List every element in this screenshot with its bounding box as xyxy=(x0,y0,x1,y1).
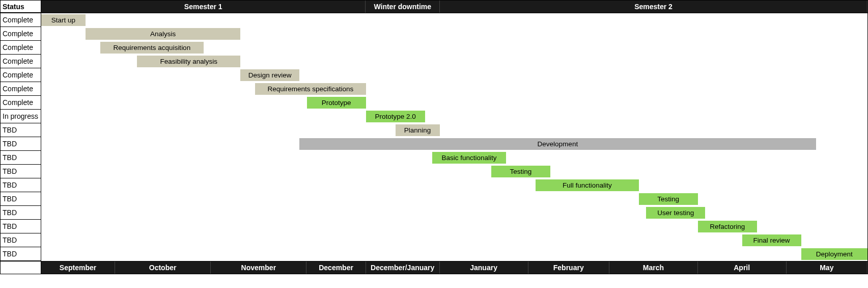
gantt-row: CompleteRequirements specifications xyxy=(1,82,867,96)
gantt-bar[interactable]: Prototype xyxy=(307,97,366,109)
gantt-row: TBDUser testing xyxy=(1,206,867,220)
gantt-row: TBDPlanning xyxy=(1,123,867,137)
month-footer: September xyxy=(41,261,115,274)
gantt-bar[interactable]: User testing xyxy=(646,207,705,219)
gantt-row: TBDTesting xyxy=(1,192,867,206)
status-header: Status xyxy=(1,1,41,13)
gantt-row: TBDFinal review xyxy=(1,233,867,247)
month-footer: December/January xyxy=(366,261,440,274)
gantt-header: Status Semester 1Winter downtimeSemester… xyxy=(1,1,867,13)
gantt-row: In progressPrototype 2.0 xyxy=(1,110,867,123)
gantt-bar[interactable]: Deployment xyxy=(801,248,867,260)
gantt-track: Development xyxy=(41,137,867,151)
section-headers: Semester 1Winter downtimeSemester 2 xyxy=(41,1,867,13)
gantt-track: Refactoring xyxy=(41,220,867,233)
month-footer: April xyxy=(698,261,787,274)
month-footer: March xyxy=(609,261,698,274)
gantt-row: CompleteDesign review xyxy=(1,68,867,82)
gantt-bar[interactable]: Prototype 2.0 xyxy=(366,111,425,122)
gantt-bar[interactable]: Start up xyxy=(41,14,86,26)
status-cell: TBD xyxy=(1,220,41,233)
gantt-bar[interactable]: Requirements acquisition xyxy=(100,42,204,54)
gantt-bar[interactable]: Basic functionality xyxy=(432,152,506,164)
gantt-track: Feasibility analysis xyxy=(41,55,867,68)
gantt-row: CompleteRequirements acquisition xyxy=(1,41,867,55)
gantt-row: CompleteAnalysis xyxy=(1,27,867,41)
gantt-track: Basic functionality xyxy=(41,151,867,165)
gantt-body: CompleteStart upCompleteAnalysisComplete… xyxy=(1,13,867,261)
gantt-row: CompleteFeasibility analysis xyxy=(1,55,867,68)
gantt-row: CompletePrototype xyxy=(1,96,867,110)
section-header: Winter downtime xyxy=(366,1,440,13)
section-header: Semester 2 xyxy=(440,1,867,13)
status-cell: TBD xyxy=(1,233,41,247)
status-cell: TBD xyxy=(1,151,41,165)
status-cell: Complete xyxy=(1,68,41,82)
gantt-track: Testing xyxy=(41,192,867,206)
status-cell: In progress xyxy=(1,110,41,123)
gantt-track: Analysis xyxy=(41,27,867,41)
gantt-chart: Status Semester 1Winter downtimeSemester… xyxy=(0,0,868,274)
status-cell: TBD xyxy=(1,137,41,151)
gantt-track: Design review xyxy=(41,68,867,82)
gantt-row: CompleteStart up xyxy=(1,13,867,27)
gantt-row: TBDBasic functionality xyxy=(1,151,867,165)
status-cell: Complete xyxy=(1,13,41,27)
gantt-bar[interactable]: Testing xyxy=(639,193,698,205)
gantt-track: Deployment xyxy=(41,247,867,261)
status-footer-blank xyxy=(1,261,41,274)
gantt-track: Start up xyxy=(41,13,867,27)
gantt-track: Planning xyxy=(41,123,867,137)
status-cell: Complete xyxy=(1,27,41,41)
month-footer: February xyxy=(528,261,609,274)
gantt-bar[interactable]: Analysis xyxy=(86,28,240,40)
section-header: Semester 1 xyxy=(41,1,366,13)
month-footer: November xyxy=(211,261,306,274)
status-cell: Complete xyxy=(1,96,41,110)
gantt-row: TBDDeployment xyxy=(1,247,867,261)
gantt-row: TBDRefactoring xyxy=(1,220,867,233)
month-footers: SeptemberOctoberNovemberDecemberDecember… xyxy=(41,261,867,274)
gantt-bar[interactable]: Full functionality xyxy=(536,179,639,191)
gantt-row: TBDTesting xyxy=(1,165,867,178)
gantt-bar[interactable]: Refactoring xyxy=(698,221,757,232)
month-footer: October xyxy=(115,261,211,274)
gantt-track: Prototype xyxy=(41,96,867,110)
gantt-row: TBDDevelopment xyxy=(1,137,867,151)
status-cell: Complete xyxy=(1,82,41,96)
gantt-track: Requirements acquisition xyxy=(41,41,867,55)
month-footer: December xyxy=(306,261,366,274)
gantt-bar[interactable]: Testing xyxy=(491,166,550,177)
status-cell: TBD xyxy=(1,206,41,220)
gantt-track: Final review xyxy=(41,233,867,247)
status-cell: TBD xyxy=(1,165,41,178)
gantt-row: TBDFull functionality xyxy=(1,178,867,192)
status-cell: TBD xyxy=(1,178,41,192)
gantt-bar[interactable]: Requirements specifications xyxy=(255,83,366,95)
status-cell: Complete xyxy=(1,41,41,55)
gantt-bar[interactable]: Development xyxy=(299,138,816,150)
gantt-bar[interactable]: Final review xyxy=(742,234,801,246)
gantt-track: Testing xyxy=(41,165,867,178)
gantt-footer: SeptemberOctoberNovemberDecemberDecember… xyxy=(1,261,867,274)
month-footer: January xyxy=(440,261,528,274)
gantt-track: Requirements specifications xyxy=(41,82,867,96)
status-cell: TBD xyxy=(1,123,41,137)
status-cell: Complete xyxy=(1,55,41,68)
gantt-track: Full functionality xyxy=(41,178,867,192)
gantt-track: User testing xyxy=(41,206,867,220)
gantt-track: Prototype 2.0 xyxy=(41,110,867,123)
gantt-bar[interactable]: Design review xyxy=(240,69,299,81)
gantt-bar[interactable]: Planning xyxy=(396,124,440,136)
status-cell: TBD xyxy=(1,192,41,206)
status-cell: TBD xyxy=(1,247,41,261)
month-footer: May xyxy=(787,261,867,274)
gantt-bar[interactable]: Feasibility analysis xyxy=(137,56,240,67)
